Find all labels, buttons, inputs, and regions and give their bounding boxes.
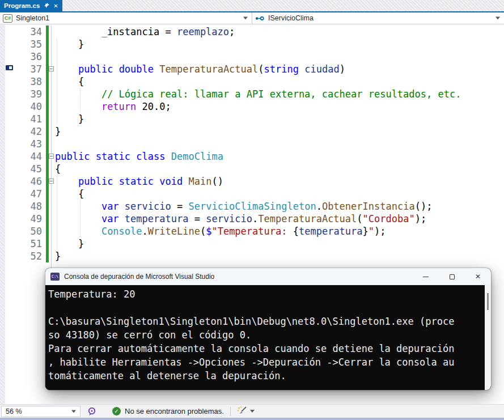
interface-icon [255, 15, 265, 22]
fold-column [49, 163, 55, 175]
console-window-controls: ✕ [413, 268, 491, 285]
minimize-icon [423, 277, 429, 277]
code-line[interactable]: 51 } [0, 237, 504, 250]
console-line: Para cerrar automáticamente la consola c… [48, 342, 485, 355]
fold-column [49, 225, 55, 237]
code-line[interactable]: 36 [0, 50, 504, 63]
line-number: 45 [0, 163, 42, 175]
chevron-down-icon [250, 410, 255, 413]
line-number: 35 [0, 38, 42, 50]
code-cleanup-button[interactable] [237, 406, 255, 417]
fold-column [49, 38, 55, 50]
code-line[interactable]: 39 // Lógica real: llamar a API externa,… [0, 88, 504, 100]
code-text: } [55, 125, 61, 138]
fold-marker[interactable] [49, 154, 54, 159]
line-number: 38 [0, 75, 42, 88]
code-text: var temperatura = servicio.TemperaturaAc… [55, 213, 426, 225]
line-number: 51 [0, 237, 42, 250]
minimize-button[interactable] [413, 268, 439, 285]
zoom-select[interactable]: 56 % [1, 406, 81, 417]
maximize-button[interactable] [439, 268, 465, 285]
problems-label: No se encontraron problemas. [125, 407, 224, 415]
code-line[interactable]: 48 var servicio = ServicioClimaSingleton… [0, 200, 504, 213]
line-number: 44 [0, 150, 42, 163]
code-line[interactable]: 35 } [0, 38, 504, 50]
tab-bar: Program.cs ✕ [0, 0, 504, 11]
code-text: public double TemperaturaActual(string c… [55, 63, 345, 75]
code-line[interactable]: 38 { [0, 75, 504, 88]
fold-column [49, 88, 55, 100]
code-text: { [55, 75, 84, 88]
code-line[interactable]: 45{ [0, 163, 504, 175]
code-line[interactable]: 42} [0, 125, 504, 138]
line-number: 50 [0, 225, 42, 237]
tab-program-cs[interactable]: Program.cs ✕ [0, 0, 62, 11]
console-line: tomáticamente al detenerse la depuración… [48, 369, 485, 383]
code-line[interactable]: 46 public static void Main() [0, 175, 504, 188]
chevron-down-icon [495, 17, 500, 20]
close-button[interactable]: ✕ [465, 268, 491, 285]
code-text: public static class DemoClima [55, 150, 223, 163]
status-bar: 56 % ✓ No se encontraron problemas. [0, 404, 504, 418]
check-icon: ✓ [112, 407, 121, 415]
console-output[interactable]: Temperatura: 20 C:\basura\Singleton1\Sin… [45, 285, 485, 390]
scrollbar-thumb[interactable] [487, 293, 489, 310]
fold-column [49, 237, 55, 250]
code-text: } [55, 250, 61, 262]
code-line[interactable]: 44public static class DemoClima [0, 150, 504, 163]
code-line[interactable]: 49 var temperatura = servicio.Temperatur… [0, 213, 504, 225]
code-line[interactable]: 47 { [0, 188, 504, 200]
code-text: } [55, 237, 84, 250]
code-lines: 34 _instancia = reemplazo;35 }3637 publi… [0, 26, 504, 262]
fold-column [49, 26, 55, 38]
code-line[interactable]: 34 _instancia = reemplazo; [0, 26, 504, 38]
line-number: 43 [0, 138, 42, 150]
code-text: } [55, 38, 84, 50]
fold-marker[interactable] [49, 179, 54, 184]
project-label: Singleton1 [16, 14, 49, 22]
code-line[interactable]: 50 Console.WriteLine($"Temperatura: {tem… [0, 225, 504, 237]
fold-column [49, 125, 55, 138]
console-line: C:\basura\Singleton1\Singleton1\bin\Debu… [48, 315, 485, 328]
fold-column [49, 200, 55, 213]
console-line [48, 301, 485, 315]
fold-column [49, 63, 55, 75]
member-label: IServicioClima [268, 14, 314, 22]
console-titlebar[interactable]: C:\ Consola de depuración de Microsoft V… [45, 268, 491, 285]
chevron-down-icon [243, 17, 248, 20]
project-dropdown[interactable]: C# Singleton1 [0, 12, 252, 24]
code-text: _instancia = reemplazo; [55, 26, 235, 38]
code-text: return 20.0; [55, 100, 171, 113]
code-line[interactable]: 41 } [0, 113, 504, 125]
line-number: 49 [0, 213, 42, 225]
line-number: 52 [0, 250, 42, 262]
fold-column [49, 175, 55, 188]
problems-status[interactable]: ✓ No se encontraron problemas. [112, 407, 224, 415]
fold-column [49, 138, 55, 150]
fold-column [49, 75, 55, 88]
visual-studio-window: Program.cs ✕ C# Singleton1 IServicioClim… [0, 0, 504, 420]
line-number: 39 [0, 88, 42, 100]
close-icon[interactable]: ✕ [53, 3, 58, 9]
console-scrollbar[interactable] [485, 285, 491, 390]
console-title: Consola de depuración de Microsoft Visua… [64, 273, 214, 281]
code-line[interactable]: 43 [0, 138, 504, 150]
code-line[interactable]: 37 public double TemperaturaActual(strin… [0, 63, 504, 75]
line-number: 47 [0, 188, 42, 200]
member-dropdown[interactable]: IServicioClima [252, 12, 504, 24]
line-number: 48 [0, 200, 42, 213]
fold-marker[interactable] [49, 66, 54, 71]
feedback-icon[interactable] [87, 407, 96, 416]
code-text: public static void Main() [55, 175, 223, 188]
line-number: 46 [0, 175, 42, 188]
code-line[interactable]: 40 return 20.0; [0, 100, 504, 113]
pin-icon[interactable] [44, 3, 49, 9]
fold-column [49, 213, 55, 225]
close-icon: ✕ [475, 273, 481, 281]
line-number: 42 [0, 125, 42, 138]
code-text: Console.WriteLine($"Temperatura: {temper… [55, 225, 386, 237]
code-line[interactable]: 52} [0, 250, 504, 262]
console-line: , habilite Herramientas ->Opciones ->Dep… [48, 355, 485, 369]
code-text: { [55, 188, 84, 200]
broom-icon [237, 406, 247, 417]
